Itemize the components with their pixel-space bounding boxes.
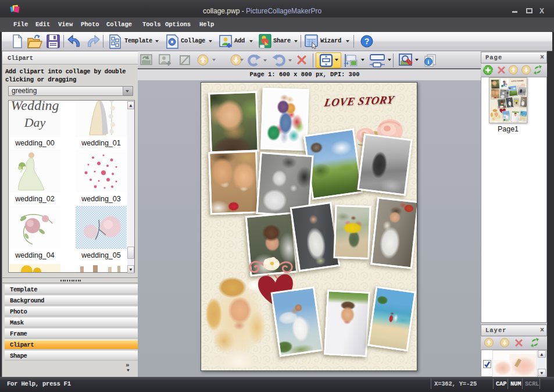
svg-text:?: ? — [364, 37, 370, 46]
svg-text:i: i — [428, 59, 430, 65]
